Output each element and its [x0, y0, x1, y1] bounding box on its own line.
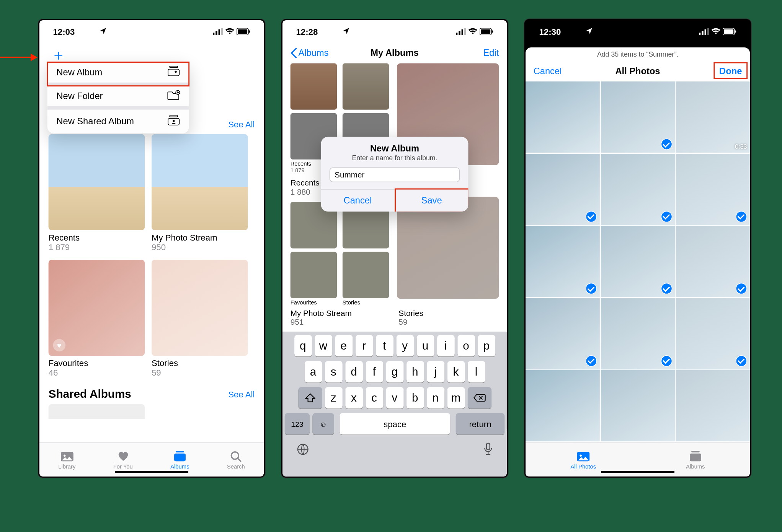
- shared-albums-heading: Shared Albums: [49, 387, 131, 400]
- svg-rect-28: [699, 33, 700, 35]
- status-bar: 12:28: [282, 20, 507, 43]
- key-d[interactable]: d: [345, 361, 363, 382]
- status-time: 12:28: [296, 27, 318, 36]
- key-c[interactable]: c: [366, 387, 383, 408]
- key-e[interactable]: e: [335, 335, 353, 356]
- key-x[interactable]: x: [345, 387, 363, 408]
- svg-rect-34: [735, 30, 736, 33]
- key-n[interactable]: n: [427, 387, 444, 408]
- photo-cell[interactable]: [601, 226, 675, 297]
- key-i[interactable]: i: [437, 335, 454, 356]
- key-f[interactable]: f: [366, 361, 383, 382]
- tab-label: Search: [227, 464, 245, 470]
- svg-rect-5: [238, 29, 247, 34]
- photo-cell[interactable]: [676, 370, 750, 441]
- numbers-key[interactable]: 123: [285, 413, 310, 434]
- alert-title: New Album: [321, 137, 469, 154]
- album-person-icon: [167, 116, 180, 128]
- key-u[interactable]: u: [416, 335, 434, 356]
- photo-cell[interactable]: [526, 298, 600, 369]
- save-button[interactable]: Save: [395, 189, 469, 211]
- cancel-button[interactable]: Cancel: [321, 189, 395, 211]
- key-j[interactable]: j: [427, 361, 444, 382]
- key-a[interactable]: a: [304, 361, 322, 382]
- tab-search[interactable]: Search: [227, 450, 245, 470]
- key-b[interactable]: b: [406, 387, 424, 408]
- photo-cell[interactable]: [526, 154, 600, 225]
- tab-all-photos[interactable]: All Photos: [570, 450, 596, 470]
- svg-rect-37: [691, 451, 700, 452]
- album-tile[interactable]: My Photo Stream 950: [152, 134, 248, 252]
- album-tile[interactable]: Recents 1 879: [49, 134, 145, 252]
- return-key[interactable]: return: [456, 413, 504, 434]
- photo-cell[interactable]: [601, 154, 675, 225]
- photo-cell[interactable]: [601, 81, 675, 153]
- selection-check-icon: [661, 355, 672, 366]
- key-h[interactable]: h: [406, 361, 424, 382]
- photo-cell[interactable]: [676, 154, 750, 225]
- key-v[interactable]: v: [386, 387, 403, 408]
- key-z[interactable]: z: [325, 387, 342, 408]
- done-button[interactable]: Done: [719, 66, 742, 76]
- menu-item-label: New Folder: [56, 91, 103, 101]
- key-r[interactable]: r: [355, 335, 373, 356]
- photo-cell[interactable]: [676, 226, 750, 297]
- key-t[interactable]: t: [375, 335, 393, 356]
- album-name: My Photo Stream: [152, 233, 248, 242]
- cancel-button[interactable]: Cancel: [534, 66, 562, 76]
- dictation-key[interactable]: [483, 442, 493, 459]
- emoji-key[interactable]: ☺: [312, 413, 334, 434]
- space-key[interactable]: space: [340, 413, 450, 434]
- selection-check-icon: [736, 283, 747, 294]
- tab-for-you[interactable]: For You: [113, 450, 133, 470]
- globe-key[interactable]: [296, 442, 310, 459]
- see-all-link[interactable]: See All: [228, 389, 255, 399]
- alert-message: Enter a name for this album.: [321, 154, 469, 168]
- tab-albums[interactable]: Albums: [686, 450, 705, 470]
- svg-rect-8: [168, 69, 179, 76]
- svg-rect-6: [249, 30, 250, 33]
- menu-item-label: New Album: [56, 67, 102, 78]
- key-g[interactable]: g: [386, 361, 403, 382]
- tab-library[interactable]: Library: [58, 450, 75, 470]
- key-l[interactable]: l: [467, 361, 485, 382]
- backspace-key[interactable]: [467, 387, 491, 408]
- key-s[interactable]: s: [325, 361, 342, 382]
- home-indicator[interactable]: [601, 471, 674, 473]
- photo-cell[interactable]: [601, 370, 675, 441]
- home-indicator[interactable]: [115, 471, 188, 473]
- selection-check-icon: [661, 283, 672, 294]
- key-o[interactable]: o: [457, 335, 475, 356]
- key-p[interactable]: p: [478, 335, 495, 356]
- photo-cell[interactable]: [601, 298, 675, 369]
- key-m[interactable]: m: [447, 387, 465, 408]
- photo-cell[interactable]: [676, 298, 750, 369]
- photo-cell[interactable]: [526, 370, 600, 441]
- album-tile[interactable]: Stories 59: [152, 260, 248, 377]
- tab-label: For You: [113, 464, 133, 470]
- key-q[interactable]: q: [294, 335, 312, 356]
- menu-item-new-folder[interactable]: New Folder: [47, 86, 189, 110]
- back-button[interactable]: Albums: [291, 48, 329, 58]
- album-name-input[interactable]: [330, 168, 460, 182]
- see-all-link[interactable]: See All: [228, 119, 255, 129]
- key-w[interactable]: w: [315, 335, 332, 356]
- key-y[interactable]: y: [396, 335, 414, 356]
- key-k[interactable]: k: [447, 361, 465, 382]
- svg-rect-38: [690, 454, 701, 461]
- photo-cell[interactable]: 0:33: [676, 81, 750, 153]
- selection-check-icon: [736, 355, 747, 366]
- menu-item-new-album[interactable]: New Album: [47, 62, 189, 86]
- shift-key[interactable]: [298, 387, 322, 408]
- album-count: 950: [152, 242, 248, 252]
- menu-item-new-shared-album[interactable]: New Shared Album: [47, 110, 189, 133]
- tab-albums[interactable]: Albums: [170, 450, 189, 470]
- album-tile[interactable]: ♥ Favourites 46: [49, 260, 145, 377]
- svg-rect-0: [213, 33, 214, 35]
- photo-cell[interactable]: [526, 81, 600, 153]
- photo-cell[interactable]: [526, 226, 600, 297]
- edit-button[interactable]: Edit: [483, 48, 499, 58]
- favourite-icon: ♥: [53, 339, 65, 351]
- album-name: Stories: [152, 358, 248, 368]
- add-menu-popup: New Album New Folder New Shared Album: [47, 62, 189, 133]
